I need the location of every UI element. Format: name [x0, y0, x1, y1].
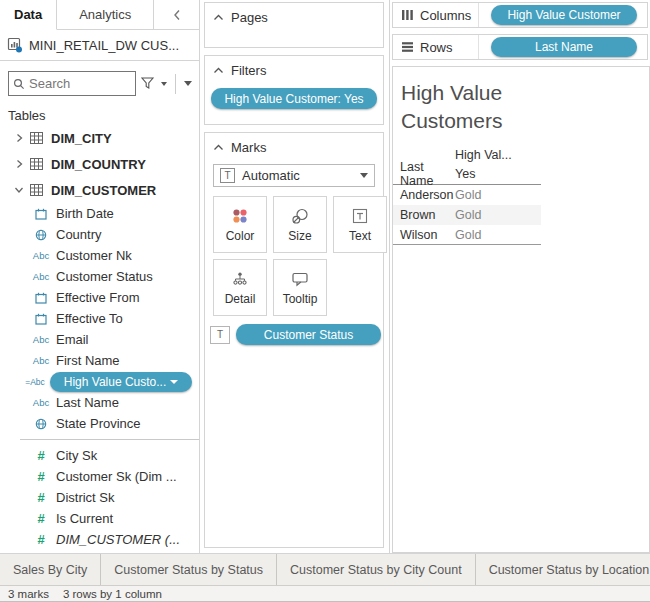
text-button-label: Text — [349, 229, 371, 243]
rows-label-text: Rows — [420, 40, 453, 55]
text-button[interactable]: Text — [333, 196, 387, 253]
field-label: Last Name — [56, 395, 119, 410]
string-icon: Abc — [30, 250, 52, 261]
columns-shelf-label: Columns — [393, 3, 479, 27]
sheet-tab-customer-status-by-status[interactable]: Customer Status by Status — [101, 554, 277, 585]
search-row — [8, 71, 193, 96]
chevron-right-icon[interactable] — [14, 133, 24, 143]
filter-pill[interactable]: High Value Customer: Yes — [211, 88, 377, 109]
table-row[interactable]: Brown Gold — [393, 205, 541, 225]
cell-value[interactable]: Gold — [455, 208, 535, 222]
rows-shelf[interactable]: Rows Last Name — [392, 34, 648, 60]
rows-pill[interactable]: Last Name — [491, 37, 637, 57]
measure-divider — [20, 439, 199, 440]
field-pill-label: High Value Custo... — [64, 375, 167, 389]
rows-pill-label: Last Name — [535, 40, 593, 54]
field-item[interactable]: Effective From — [0, 287, 199, 308]
table-row[interactable]: Anderson Gold — [393, 185, 541, 205]
size-button-label: Size — [288, 229, 311, 243]
datasource-name: MINI_RETAIL_DW CUS... — [29, 38, 179, 53]
field-label: Effective From — [56, 290, 140, 305]
rows-icon — [401, 41, 414, 53]
columns-shelf[interactable]: Columns High Value Customer — [392, 2, 648, 28]
columns-pill[interactable]: High Value Customer — [491, 5, 637, 25]
field-item[interactable]: Effective To — [0, 308, 199, 329]
globe-icon — [35, 418, 47, 430]
tab-data[interactable]: Data — [0, 0, 57, 30]
sheet-title: High Value Customers — [401, 79, 551, 135]
filter-caret-icon[interactable] — [161, 82, 167, 86]
field-item[interactable]: Birth Date — [0, 203, 199, 224]
color-button[interactable]: Color — [213, 196, 267, 253]
table-row[interactable]: Wilson Gold — [393, 225, 541, 245]
filter-pill-label: High Value Customer: Yes — [224, 92, 363, 106]
number-icon: # — [30, 511, 52, 526]
chevron-right-icon[interactable] — [14, 159, 24, 169]
tab-analytics[interactable]: Analytics — [57, 0, 154, 29]
field-pill[interactable]: High Value Custo... — [50, 372, 192, 392]
field-item[interactable]: Abc Email — [0, 329, 199, 350]
pages-card-title: Pages — [231, 10, 268, 25]
text-encoding-pill-label: Customer Status — [264, 328, 353, 342]
field-label: Country — [56, 227, 102, 242]
tables-section-label: Tables — [8, 108, 199, 123]
sheet-tab-customer-status-by-location[interactable]: Customer Status by Location — [476, 554, 650, 585]
view-options-caret-icon[interactable] — [184, 81, 192, 86]
collapse-pane-button[interactable] — [154, 0, 199, 29]
field-item[interactable]: # Customer Sk (Dim ... — [0, 466, 199, 487]
number-icon: # — [30, 532, 52, 547]
color-button-label: Color — [226, 229, 255, 243]
field-item[interactable]: Abc Last Name — [0, 392, 199, 413]
string-icon: Abc — [30, 355, 52, 366]
field-item[interactable]: State Province — [0, 413, 199, 434]
field-item[interactable]: # DIM_CUSTOMER (... — [0, 529, 199, 550]
text-table: High Val... Last Name Yes Anderson Gold … — [393, 146, 541, 245]
sheet-tab-sales-by-city[interactable]: Sales By City — [0, 554, 101, 585]
tooltip-button[interactable]: Tooltip — [273, 259, 327, 316]
row-label: Brown — [393, 208, 455, 222]
column-value-header: Yes — [455, 167, 535, 181]
field-item[interactable]: Abc Customer Nk — [0, 245, 199, 266]
field-item[interactable]: # District Sk — [0, 487, 199, 508]
table-label: DIM_CUSTOMER — [51, 183, 156, 198]
sheet-tab-customer-status-by-city-count[interactable]: Customer Status by City Count — [277, 554, 476, 585]
collapse-card-icon[interactable] — [213, 143, 224, 152]
globe-icon — [35, 229, 47, 241]
chevron-down-icon[interactable] — [14, 185, 24, 195]
row-label: Anderson — [393, 188, 455, 202]
detail-button[interactable]: Detail — [213, 259, 267, 316]
field-item[interactable]: Abc First Name — [0, 350, 199, 371]
tableau-window: Data Analytics MINI_RETAIL_DW CUS... — [0, 0, 650, 602]
field-item[interactable]: # Is Current — [0, 508, 199, 529]
string-icon: Abc — [30, 334, 52, 345]
field-item[interactable]: Abc Customer Status — [0, 266, 199, 287]
mark-type-dropdown[interactable]: T Automatic — [213, 164, 375, 187]
cell-value[interactable]: Gold — [455, 228, 535, 242]
status-bar: 3 marks 3 rows by 1 column — [0, 585, 650, 602]
table-icon — [30, 132, 43, 144]
filter-fields-icon[interactable] — [141, 77, 156, 90]
collapse-card-icon[interactable] — [213, 66, 224, 75]
datasource-icon — [7, 37, 23, 53]
datasource-row[interactable]: MINI_RETAIL_DW CUS... — [0, 30, 199, 61]
marks-card: Marks T Automatic Color — [204, 132, 384, 548]
table-icon — [30, 184, 43, 196]
cell-value[interactable]: Gold — [455, 188, 535, 202]
number-icon: # — [30, 469, 52, 484]
text-encoding-pill[interactable]: Customer Status — [236, 324, 381, 345]
collapse-card-icon[interactable] — [213, 13, 224, 22]
table-item-dim-city[interactable]: DIM_CITY — [0, 125, 199, 151]
text-encoding-icon: T — [210, 326, 230, 344]
size-button[interactable]: Size — [273, 196, 327, 253]
table-item-dim-customer[interactable]: DIM_CUSTOMER — [0, 177, 199, 203]
rows-shelf-label: Rows — [393, 35, 479, 59]
field-item-selected[interactable]: =Abc High Value Custo... — [0, 371, 199, 392]
field-label: Email — [56, 332, 89, 347]
field-item[interactable]: # City Sk — [0, 445, 199, 466]
string-icon: Abc — [30, 271, 52, 282]
table-item-dim-country[interactable]: DIM_COUNTRY — [0, 151, 199, 177]
pill-caret-icon[interactable] — [170, 380, 178, 384]
search-input[interactable] — [29, 76, 119, 91]
field-label: Birth Date — [56, 206, 114, 221]
field-item[interactable]: Country — [0, 224, 199, 245]
